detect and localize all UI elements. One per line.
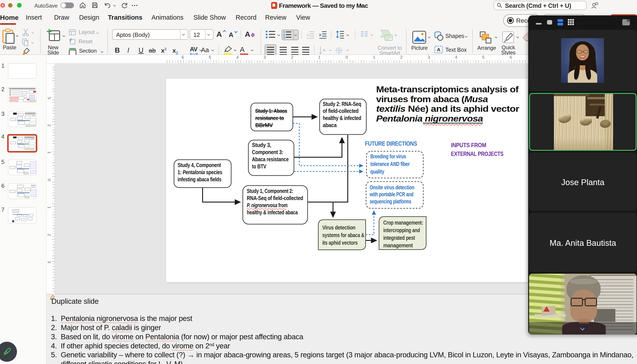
svg-text:viruses from abaca (Musa: viruses from abaca (Musa bbox=[376, 94, 488, 104]
svg-text:management: management bbox=[383, 242, 413, 249]
svg-text:A: A bbox=[437, 47, 441, 52]
svg-text:Virus detection: Virus detection bbox=[322, 224, 355, 231]
svg-text:RNA-Seq of field-collected: RNA-Seq of field-collected bbox=[247, 195, 303, 202]
svg-text:to BTV: to BTV bbox=[252, 163, 267, 170]
svg-text:Pentalonia nigronervosa: Pentalonia nigronervosa bbox=[376, 114, 483, 123]
svg-text:Breeding for virus: Breeding for virus bbox=[370, 153, 406, 160]
svg-text:Study 1: Abaca: Study 1: Abaca bbox=[255, 108, 287, 114]
svg-text:Meta-transcriptomics analysis: Meta-transcriptomics analysis of bbox=[376, 84, 519, 94]
svg-text:Study 4, Component: Study 4, Component bbox=[177, 162, 221, 168]
svg-text:resistance to: resistance to bbox=[255, 115, 284, 121]
svg-text:Crop management:: Crop management: bbox=[383, 219, 423, 226]
svg-text:Component 3:: Component 3: bbox=[252, 149, 283, 156]
svg-text:infesting abaca fields: infesting abaca fields bbox=[177, 176, 221, 183]
svg-text:BBrMV: BBrMV bbox=[255, 122, 273, 128]
svg-text:textilis Née) and its aphid ve: textilis Née) and its aphid vector bbox=[376, 104, 519, 114]
svg-text:healthy & infected abaca: healthy & infected abaca bbox=[247, 209, 298, 216]
svg-text:Study 1, Component 2:: Study 1, Component 2: bbox=[247, 188, 293, 194]
svg-text:integrated pest: integrated pest bbox=[383, 234, 415, 241]
svg-text:quality: quality bbox=[370, 168, 384, 175]
svg-text:abaca: abaca bbox=[323, 122, 337, 128]
svg-text:tolerance AND fiber: tolerance AND fiber bbox=[370, 160, 410, 167]
svg-text:P. nigronervosa from: P. nigronervosa from bbox=[247, 202, 287, 208]
svg-text:Study 3,: Study 3, bbox=[252, 142, 271, 148]
svg-text:healthy & infected: healthy & infected bbox=[323, 115, 361, 121]
svg-text:with portable PCR and: with portable PCR and bbox=[369, 191, 413, 198]
svg-text:Onsite virus detection: Onsite virus detection bbox=[370, 184, 414, 191]
svg-text:FUTURE DIRECTIONS: FUTURE DIRECTIONS bbox=[365, 140, 417, 147]
svg-text:EXTERNAL PROJECTS: EXTERNAL PROJECTS bbox=[451, 150, 503, 157]
svg-text:Study 2: RNA-Seq: Study 2: RNA-Seq bbox=[323, 100, 361, 107]
svg-text:of field-collected: of field-collected bbox=[323, 108, 358, 114]
svg-text:1: Pentalonia species: 1: Pentalonia species bbox=[177, 169, 222, 176]
svg-text:Abaca resistance: Abaca resistance bbox=[252, 156, 289, 162]
svg-text:sequencing platforms: sequencing platforms bbox=[370, 198, 411, 205]
svg-text:its aphid vectors: its aphid vectors bbox=[322, 239, 358, 246]
svg-text:systems for abaca &: systems for abaca & bbox=[322, 232, 364, 238]
svg-text:intercropping and: intercropping and bbox=[383, 227, 420, 234]
svg-text:INPUTS FROM: INPUTS FROM bbox=[451, 142, 486, 148]
